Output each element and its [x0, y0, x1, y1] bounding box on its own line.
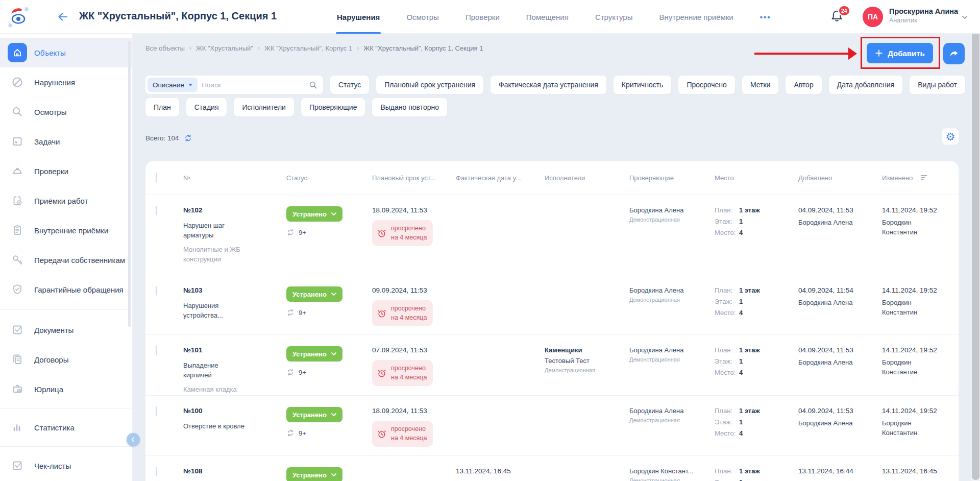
filter-chip-date-added[interactable]: Дата добавления [829, 76, 903, 94]
table-row[interactable]: №108 Устранено 13.11.2024, 16:45 Бородки… [145, 455, 959, 481]
page-title: ЖК "Хрустальный", Корпус 1, Секция 1 [79, 10, 277, 22]
reissue-counter: 9+ [286, 308, 366, 317]
overdue-badge: просроченона 4 месяца [372, 220, 433, 246]
sidebar-item-warranty-claims[interactable]: Гарантийные обращения [0, 275, 132, 304]
row-checkbox[interactable] [156, 206, 157, 215]
sidebar-item-inspections[interactable]: Осмотры [0, 97, 132, 127]
tabs-overflow-ellipsis-icon[interactable]: ••• [760, 13, 771, 21]
app-logo-icon[interactable] [6, 4, 32, 30]
sidebar-item-statistics[interactable]: Статистика [0, 413, 132, 442]
avatar[interactable]: ПА [863, 7, 883, 27]
row-checkbox[interactable] [156, 406, 157, 416]
filter-chip-reviewers[interactable]: Проверяющие [301, 98, 365, 116]
added-date: 04.09.2024, 11:53 [798, 407, 876, 415]
tab-inspections[interactable]: Осмотры [406, 0, 439, 34]
breadcrumb-separator: › [258, 44, 260, 52]
back-arrow-button[interactable] [56, 11, 70, 23]
bar-chart-icon [8, 418, 27, 437]
sidebar-item-owner-transfers[interactable]: Передачи собственникам [0, 245, 132, 275]
sort-icon[interactable] [920, 174, 928, 182]
status-pill[interactable]: Устранено [286, 346, 342, 362]
col-executors: Исполнители [545, 174, 629, 182]
search-field-selector[interactable]: Описание [148, 78, 198, 92]
overdue-badge: просроченона 4 месяца [372, 300, 433, 326]
tab-premises[interactable]: Помещения [526, 0, 569, 34]
breadcrumb-complex[interactable]: ЖК "Хрустальный" [196, 44, 253, 52]
alarm-clock-icon [377, 368, 387, 378]
sidebar-item-checklists[interactable]: Чек-листы [0, 451, 132, 480]
share-arrow-icon [948, 48, 960, 59]
breadcrumb-building[interactable]: ЖК "Хрустальный", Корпус 1 [264, 44, 352, 52]
table-settings-button[interactable]: ⚙ [942, 128, 959, 145]
sidebar-item-tasks[interactable]: Задачи [0, 127, 132, 156]
col-reviewers: Проверяющие [629, 174, 715, 182]
filter-chip-overdue[interactable]: Просрочено [678, 76, 735, 94]
violation-title: Отверстие в кровле [183, 422, 246, 431]
table-row[interactable]: №101 Выпадение кирпичей Каменная кладка … [145, 334, 959, 395]
search-icon [308, 80, 318, 90]
tab-violations[interactable]: Нарушения [337, 0, 380, 34]
table-row[interactable]: №100 Отверстие в кровле Устранено 9+ 18.… [145, 395, 959, 455]
sidebar-item-internal-acceptances[interactable]: Внутренние приёмки [0, 215, 132, 245]
filter-chip-plan[interactable]: План [145, 98, 179, 116]
table-row[interactable]: №102 Нарушен шаг арматуры Монолитные и Ж… [145, 195, 959, 275]
col-status: Статус [286, 174, 372, 182]
status-pill[interactable]: Устранено [286, 407, 342, 422]
tab-checks[interactable]: Проверки [465, 0, 500, 34]
sidebar-item-checks[interactable]: Проверки [0, 156, 132, 186]
breadcrumb-all-objects[interactable]: Все объекты [145, 44, 185, 52]
sidebar-item-contracts[interactable]: Договоры [0, 345, 132, 374]
violation-title: Выпадение кирпичей [183, 361, 246, 380]
row-checkbox[interactable] [156, 286, 157, 296]
tab-structures[interactable]: Структуры [595, 0, 633, 34]
search-input[interactable] [198, 81, 308, 89]
notifications-bell-icon[interactable]: 24 [830, 8, 848, 27]
chevron-down-icon [331, 293, 336, 296]
filter-chip-criticality[interactable]: Критичность [614, 76, 672, 94]
filter-chip-work-types[interactable]: Виды работ [910, 76, 965, 94]
filter-chip-planned-date[interactable]: Плановый срок устранения [376, 76, 483, 94]
user-menu[interactable]: Проскурина Алина Аналитик [889, 7, 958, 24]
violation-number: №102 [183, 206, 280, 214]
status-pill[interactable]: Устранено [286, 467, 342, 481]
breadcrumb: Все объекты › ЖК "Хрустальный" › ЖК "Хру… [145, 44, 980, 52]
status-pill[interactable]: Устранено [286, 206, 342, 222]
alarm-clock-icon [377, 228, 387, 238]
filter-chip-status[interactable]: Статус [330, 76, 369, 94]
tab-internal-acceptances[interactable]: Внутренние приёмки [659, 0, 733, 34]
select-all-checkbox[interactable] [156, 173, 157, 182]
share-button[interactable] [943, 43, 965, 64]
scrollbar-thumb[interactable] [972, 8, 979, 480]
gear-icon: ⚙ [946, 131, 955, 142]
col-planned-date: Плановый срок уст... [372, 174, 456, 182]
main-content: Все объекты › ЖК "Хрустальный" › ЖК "Хру… [133, 34, 980, 481]
filter-chip-author[interactable]: Автор [786, 76, 821, 94]
sidebar-item-documents[interactable]: Документы [0, 315, 132, 345]
table-row[interactable]: №103 Нарушения устройства... Устранено 9… [145, 275, 959, 334]
row-checkbox[interactable] [156, 467, 157, 476]
reviewer-name: Бородкин Констант... [629, 467, 696, 475]
filter-chip-tags[interactable]: Метки [742, 76, 779, 94]
changed-date: 13.11.2024, 16:45 [882, 467, 952, 475]
sidebar-item-legal-entities[interactable]: Юрлица [0, 374, 132, 404]
filter-chip-reissued[interactable]: Выдано повторно [372, 98, 447, 116]
chevron-down-icon [331, 352, 336, 355]
filter-chip-stage[interactable]: Стадия [186, 98, 227, 116]
planned-date: 09.09.2024, 11:53 [372, 286, 450, 294]
refresh-icon[interactable] [184, 134, 192, 142]
sidebar-item-objects[interactable]: Объекты [0, 38, 132, 67]
chevron-down-icon[interactable] [961, 13, 969, 21]
status-pill[interactable]: Устранено [286, 286, 342, 302]
user-role: Аналитик [889, 17, 958, 24]
row-checkbox[interactable] [156, 346, 157, 355]
sidebar-scrollbar[interactable] [128, 41, 131, 327]
add-button[interactable]: Добавить [867, 43, 933, 63]
summary-row: Всего: 104 [145, 134, 980, 142]
filter-chip-actual-date[interactable]: Фактическая дата устранения [491, 76, 606, 94]
sidebar-item-work-acceptances[interactable]: Приёмки работ [0, 186, 132, 215]
changed-by: Бородкин Константин [882, 218, 942, 237]
executor-team: Каменщики [545, 346, 623, 354]
filter-chip-executors[interactable]: Исполнители [234, 98, 293, 116]
sidebar-collapse-button[interactable] [127, 433, 140, 446]
sidebar-item-violations[interactable]: Нарушения [0, 67, 132, 97]
